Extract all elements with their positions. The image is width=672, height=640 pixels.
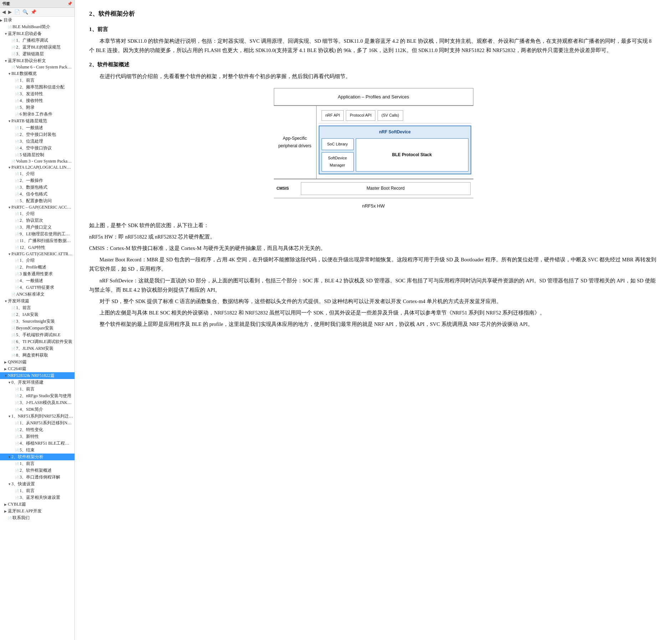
sidebar-back-icon[interactable]: ◀ <box>1 9 6 15</box>
sidebar-item-s67[interactable]: 📄1、前言 <box>0 460 75 467</box>
sidebar-item-s28[interactable]: 📄5、配置参数访问 <box>0 198 75 204</box>
sidebar-item-s56[interactable]: 📄1、前言 <box>0 386 75 393</box>
sidebar-item-s5[interactable]: 📄2、蓝牙BLE的错误规范 <box>0 44 75 51</box>
sidebar-item-s65[interactable]: 📄5、结束 <box>0 447 75 454</box>
sidebar-item-s2[interactable]: 📄BLE MultiBoard简介 <box>0 24 75 30</box>
sidebar-item-s36[interactable]: ▼PARTG GATT(GENERIC ATTRIBUTE PROFILE <box>0 251 75 257</box>
sidebar-item-s29[interactable]: ▼PARTC – GAP(GENERIC ACCESS PROFILE) <box>0 204 75 210</box>
sidebar-item-s50[interactable]: 📄7、JLINK ARM安装 <box>0 345 75 352</box>
sidebar-item-s49[interactable]: 📄6、TI PCI调BLE调试软件安装 <box>0 338 75 345</box>
sidebar-item-s63[interactable]: 📄3、新特性 <box>0 433 75 440</box>
sidebar-item-s23[interactable]: ▼PARTA L2CAP(LOGICAL LINK CONTROL AND <box>0 164 75 170</box>
sidebar-item-s27[interactable]: 📄4、信令包格式 <box>0 191 75 198</box>
sidebar-item-s19[interactable]: 📄3、位流处理 <box>0 138 75 145</box>
sidebar-item-s44[interactable]: 📄1、前言 <box>0 304 75 311</box>
sidebar-item-s69[interactable]: 📄3、串口透传例程详解 <box>0 474 75 481</box>
sidebar-item-s31[interactable]: 📄2、协议层次 <box>0 217 75 224</box>
sidebar-item-s55[interactable]: ▼0、开发环境搭建 <box>0 379 75 386</box>
sidebar-item-s10[interactable]: 📄1、前言 <box>0 77 75 84</box>
sidebar-bookmark-icon[interactable]: 📌 <box>30 9 37 15</box>
sidebar-item-s59[interactable]: 📄4、SDK简介 <box>0 406 75 413</box>
sidebar-item-s38[interactable]: 📄2、Profile概述 <box>0 264 75 271</box>
sidebar-item-s52[interactable]: ▶QN9020篇 <box>0 359 75 365</box>
sidebar-item-s21[interactable]: 📄5 链路层控制 <box>0 152 75 158</box>
sidebar-item-s20[interactable]: 📄4、空中接口协议 <box>0 145 75 152</box>
sidebar-item-s62[interactable]: 📄2、特性变化 <box>0 426 75 433</box>
sidebar-item-s74[interactable]: ▶蓝牙BLE APP开发 <box>0 508 75 514</box>
page-doc-icon: 📄 <box>15 86 19 89</box>
page-doc-icon: 📄 <box>15 421 19 425</box>
expand-icon: ▼ <box>8 119 11 123</box>
sidebar-item-s8[interactable]: 📄Volume 6 - Core System Package [Low Ene… <box>0 64 75 70</box>
sidebar-item-s43[interactable]: ▼开发环境篇 <box>0 298 75 304</box>
sidebar-item-s26[interactable]: 📄3、数据包格式 <box>0 184 75 191</box>
sidebar-item-s73[interactable]: ▶CYBLE篇 <box>0 501 75 508</box>
sidebar-item-label: 1、介绍 <box>20 211 35 216</box>
sidebar-item-s12[interactable]: 📄3、发送特性 <box>0 91 75 97</box>
sidebar-item-s16[interactable]: ▼PARTB 链路层规范 <box>0 118 75 124</box>
sidebar-item-s68[interactable]: 📄2、软件框架概述 <box>0 467 75 474</box>
sidebar-item-s60[interactable]: ▼1、NRF51系列到NRF52系列迁移指南(译文) <box>0 413 75 420</box>
sidebar-item-s13[interactable]: 📄4、接收特性 <box>0 97 75 104</box>
page-doc-icon: 📄 <box>15 199 19 203</box>
sidebar-item-s53[interactable]: ▶CC2640篇 <box>0 365 75 372</box>
sidebar-item-s66[interactable]: ▼2、软件框架分析 <box>0 454 75 460</box>
sidebar-item-s18[interactable]: 📄2、空中接口封装包 <box>0 131 75 138</box>
sidebar-item-s54[interactable]: ▼NRF52832& NRF51822篇 <box>0 372 75 379</box>
sidebar-item-s51[interactable]: 📄8、网盘资料获取 <box>0 352 75 359</box>
sidebar-item-s71[interactable]: 📄1、前言 <box>0 487 75 494</box>
diag-hw-label: nRF5x HW <box>362 203 385 209</box>
sidebar-item-label: 1、前言 <box>20 386 35 391</box>
sidebar-item-s57[interactable]: 📄2、nRFgo Studio安装与使用 <box>0 393 75 399</box>
sidebar-item-s41[interactable]: 📄4、GATT特征要求 <box>0 284 75 291</box>
sidebar-item-s9[interactable]: ▼BLE数据概览 <box>0 70 75 77</box>
sidebar-item-label: 开发环境篇 <box>8 298 29 303</box>
sidebar-item-s14[interactable]: 📄5、附录 <box>0 104 75 111</box>
sidebar-item-label: 蓝牙BLE启动必备 <box>8 31 42 36</box>
sidebar-item-s64[interactable]: 📄4、移植NRF51 BLE工程到NRF52 <box>0 440 75 447</box>
sidebar-item-s42[interactable]: 📄ANCS标准译文 <box>0 291 75 298</box>
sidebar-item-s1[interactable]: ▶目录 <box>0 17 75 24</box>
sidebar-item-s34[interactable]: 📄11、广播和扫描应答数据格式 <box>0 237 75 244</box>
sidebar-page-icon[interactable]: 📄 <box>14 9 21 15</box>
sidebar-item-s35[interactable]: 📄12、GAP特性 <box>0 244 75 251</box>
page-doc-icon: 📄 <box>11 306 15 310</box>
sidebar-item-s25[interactable]: 📄2、一般操作 <box>0 177 75 184</box>
sidebar-item-s4[interactable]: 📄1、广播程序调试 <box>0 37 75 44</box>
sidebar-item-s45[interactable]: 📄2、IAR安装 <box>0 311 75 318</box>
sidebar-item-s61[interactable]: 📄1、从NRF51系列迁移到NRF52系列 <box>0 420 75 426</box>
sidebar-item-s24[interactable]: 📄1、介绍 <box>0 170 75 177</box>
sidebar-item-s30[interactable]: 📄1、介绍 <box>0 210 75 217</box>
sidebar-item-s22[interactable]: 📄Volum 3 - Core System Package[Host volu… <box>0 158 75 164</box>
paragraph-3: 如上图，是整个 SDK 软件的层次图，从下往上看： <box>89 221 658 230</box>
sidebar-item-s40[interactable]: 📄4、一般描述 <box>0 277 75 284</box>
sidebar-item-s37[interactable]: 📄1、介绍 <box>0 257 75 264</box>
sidebar-item-label: CC2640篇 <box>8 366 26 371</box>
sidebar-item-s46[interactable]: 📄3、SourceInsight安装 <box>0 318 75 325</box>
sidebar-item-s39[interactable]: 📄3 服务通用性要求 <box>0 271 75 277</box>
sidebar-item-s48[interactable]: 📄5、手机端软件调试BLE <box>0 332 75 338</box>
sidebar-pin-icon[interactable]: 📌 <box>67 1 72 6</box>
sidebar-item-s33[interactable]: 📄9、LE物理层在使用的工作模式和处理流程 <box>0 231 75 237</box>
sidebar-item-s47[interactable]: 📄BeyondCompare安装 <box>0 325 75 332</box>
sidebar-item-s32[interactable]: 📄3、用户接口定义 <box>0 224 75 231</box>
sidebar-item-s17[interactable]: 📄1、一般描述 <box>0 124 75 131</box>
diag-nrf-api: nRF API <box>322 110 344 121</box>
expand-icon: ▼ <box>4 59 8 63</box>
sidebar-item-s3[interactable]: ▼蓝牙BLE启动必备 <box>0 30 75 37</box>
sidebar-search-icon[interactable]: 🔍 <box>22 9 29 15</box>
page-doc-icon: 📄 <box>11 333 15 337</box>
sidebar-item-label: 4、SDK简介 <box>20 407 43 412</box>
sidebar-item-s70[interactable]: ▼3、快速设置 <box>0 481 75 487</box>
sidebar-item-s7[interactable]: ▼蓝牙BLE协议分析文 <box>0 57 75 64</box>
sidebar-item-s6[interactable]: 📄3、逻辑链路层 <box>0 51 75 57</box>
sidebar-item-s75[interactable]: 📄联系我们 <box>0 514 75 521</box>
sidebar-item-s15[interactable]: 📄6 附录B 工作条件 <box>0 111 75 118</box>
sidebar-item-s11[interactable]: 📄2、频率范围和信道分配 <box>0 84 75 91</box>
sidebar-forward-icon[interactable]: ▶ <box>7 9 12 15</box>
page-doc-icon: 📄 <box>15 140 19 143</box>
sidebar-item-s58[interactable]: 📄3、J-FLASH模仿及JLINK烧录SD <box>0 399 75 406</box>
sidebar-item-s72[interactable]: 📄3、蓝牙相关快速设置 <box>0 494 75 501</box>
architecture-diagram: Application – Profiles and Services App-… <box>274 88 473 214</box>
page-doc-icon: 📄 <box>15 279 19 283</box>
